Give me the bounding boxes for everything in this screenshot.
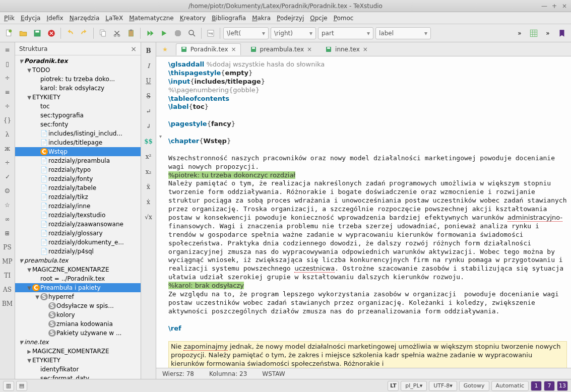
encoding-selector[interactable]: UTF-8 ▾ — [429, 381, 457, 391]
tab-close-icon[interactable]: × — [231, 46, 236, 53]
symbol-category[interactable]: ▯ — [2, 58, 13, 70]
menu-makra[interactable]: Makra — [252, 15, 271, 22]
symbol-category[interactable]: ≡ — [2, 87, 13, 98]
tree-item[interactable]: 📄rozdzialy/tikz — [15, 192, 141, 202]
right-bracket-combo[interactable]: \right) — [271, 27, 316, 39]
menu-opcje[interactable]: Opcje — [310, 15, 327, 22]
tree-item[interactable]: CWstęp — [15, 147, 141, 156]
tree-item[interactable]: toc — [15, 102, 141, 111]
tree-item[interactable]: 📄rozdzialy/texstudio — [15, 211, 141, 220]
code-editor[interactable]: \glsaddall %dodaj wszystkie hasła do sło… — [156, 56, 571, 368]
close-button[interactable]: × — [561, 3, 568, 10]
tree-item[interactable]: 📄includes/titlepage — [15, 138, 141, 147]
open-file-button[interactable] — [17, 27, 29, 39]
copy-button[interactable] — [97, 27, 109, 39]
symbol-category[interactable]: MP — [2, 256, 13, 267]
toolbar-overflow-2[interactable]: » — [542, 27, 554, 39]
symbol-category[interactable]: ≡ — [2, 44, 13, 55]
menu-latex[interactable]: LaTeX — [105, 15, 123, 22]
tree-item[interactable]: 📄rozdzialy/inne — [15, 202, 141, 211]
symbol-category[interactable]: ⊞ — [2, 228, 13, 239]
symbol-category[interactable]: ☺ — [2, 185, 13, 197]
tree-item[interactable]: karol: brak odsyłaczy — [15, 84, 141, 93]
menu-idefix[interactable]: Idefix — [46, 15, 63, 22]
tree-item[interactable]: root = ../Poradnik.tex — [15, 274, 141, 283]
left-bracket-combo[interactable]: \left( — [223, 27, 269, 39]
tree-item[interactable]: 📄rozdzialy/fonty — [15, 174, 141, 183]
panel-toggle-2[interactable]: ▤ — [16, 381, 27, 391]
section-combo[interactable]: part — [318, 27, 373, 39]
format-button[interactable]: S — [143, 91, 154, 102]
tree-item[interactable]: ▼Shyperref — [15, 292, 141, 301]
tree-item[interactable]: 📄rozdzialy/typo — [15, 165, 141, 174]
symbol-category[interactable]: ж — [2, 143, 13, 154]
symbol-category[interactable]: PS — [2, 242, 13, 253]
tab-preambula.tex[interactable]: preambula.tex× — [246, 44, 316, 55]
save-button[interactable] — [31, 27, 43, 39]
tree-item[interactable]: ▼ETYKIETY — [15, 93, 141, 102]
menu-narzędzia[interactable]: Narzędzia — [70, 15, 100, 22]
tab-close-icon[interactable]: × — [307, 46, 312, 53]
symbol-category[interactable]: AS — [2, 284, 13, 295]
view-pdf-button[interactable] — [186, 27, 198, 39]
tab-Poradnik.tex[interactable]: Poradnik.tex× — [176, 43, 241, 55]
format-button[interactable]: ↲ — [143, 121, 154, 132]
menu-kreatory[interactable]: Kreatory — [180, 15, 206, 22]
close-doc-button[interactable] — [45, 27, 57, 39]
format-button[interactable]: x² — [143, 151, 154, 162]
tree-item[interactable]: 📄rozdzialy/p4sql — [15, 247, 141, 256]
tree-item[interactable]: 📄rozdzialy/tabele — [15, 183, 141, 192]
new-file-button[interactable] — [3, 27, 15, 39]
menu-bibliografia[interactable]: Bibliografia — [212, 15, 246, 22]
tree-item[interactable]: SOdsyłacze w spis... — [15, 301, 141, 310]
tree-item[interactable]: ▼preambula.tex — [15, 256, 141, 265]
tree-item[interactable]: ▼TODO — [15, 66, 141, 75]
format-button[interactable]: ↵ — [143, 106, 154, 117]
compile-button[interactable] — [158, 27, 170, 39]
tab-close-icon[interactable]: × — [363, 46, 368, 53]
menu-pomoc[interactable]: Pomoc — [334, 15, 354, 22]
symbol-category[interactable]: {} — [2, 115, 13, 126]
tree-item[interactable]: identyfikator — [15, 365, 141, 374]
bookmark-2[interactable]: 7 — [544, 381, 555, 391]
tree-item[interactable]: 📄rozdzialy/dokumenty_e... — [15, 238, 141, 247]
symbol-category[interactable]: BM — [2, 298, 13, 309]
tree-item[interactable]: 📄includes/listingi_includ... — [15, 129, 141, 138]
build-run-button[interactable] — [144, 27, 156, 39]
tree-item[interactable]: ▼inne.tex — [15, 338, 141, 347]
tree-item[interactable]: Szmiana kodowania — [15, 319, 141, 329]
cut-button[interactable] — [111, 27, 123, 39]
panel-close-button[interactable]: × — [131, 45, 137, 53]
tree-item[interactable]: Skolory — [15, 310, 141, 319]
bookmark-3[interactable]: 13 — [557, 381, 568, 391]
tree-item[interactable]: sec:fonty — [15, 120, 141, 129]
symbol-category[interactable]: ÷ — [2, 101, 13, 112]
symbol-category[interactable]: ☆ — [2, 200, 13, 211]
format-button[interactable]: U — [143, 76, 154, 87]
menu-plik[interactable]: Plik — [4, 15, 15, 22]
symbol-category[interactable]: ∞ — [2, 214, 13, 225]
undo-button[interactable] — [64, 27, 76, 39]
tree-item[interactable]: 📄rozdzialy/glossary — [15, 229, 141, 238]
tree-item[interactable]: ▶MAGICZNE_KOMENTARZE — [15, 347, 141, 356]
format-button[interactable]: $$ — [143, 136, 154, 147]
tree-item[interactable]: SPakiety używane w ... — [15, 329, 141, 338]
format-button[interactable]: I — [143, 60, 154, 72]
tree-item[interactable]: 📄rozdzialy/preambula — [15, 156, 141, 165]
tree-item[interactable]: sec:typografia — [15, 111, 141, 120]
line-ending-selector[interactable]: Automatic — [491, 381, 529, 391]
stop-button[interactable] — [172, 27, 184, 39]
tree-item[interactable]: ▼ETYKIETY — [15, 356, 141, 365]
paste-button[interactable] — [125, 27, 137, 39]
format-button[interactable]: √x — [143, 212, 154, 223]
format-button[interactable]: ẍ — [143, 181, 154, 192]
table-tool-button[interactable] — [528, 27, 540, 39]
tree-item[interactable]: 📄rozdzialy/zaawansowane — [15, 220, 141, 229]
menu-podejrzyj[interactable]: Podejrzyj — [277, 15, 304, 22]
symbol-category[interactable]: ✓ — [2, 171, 13, 182]
maximize-button[interactable]: + — [551, 3, 558, 10]
symbol-category[interactable]: TI — [2, 270, 13, 281]
tab-inne.tex[interactable]: inne.tex× — [321, 44, 372, 55]
format-button[interactable]: B — [143, 45, 154, 56]
format-button[interactable]: ẋ — [143, 197, 154, 208]
